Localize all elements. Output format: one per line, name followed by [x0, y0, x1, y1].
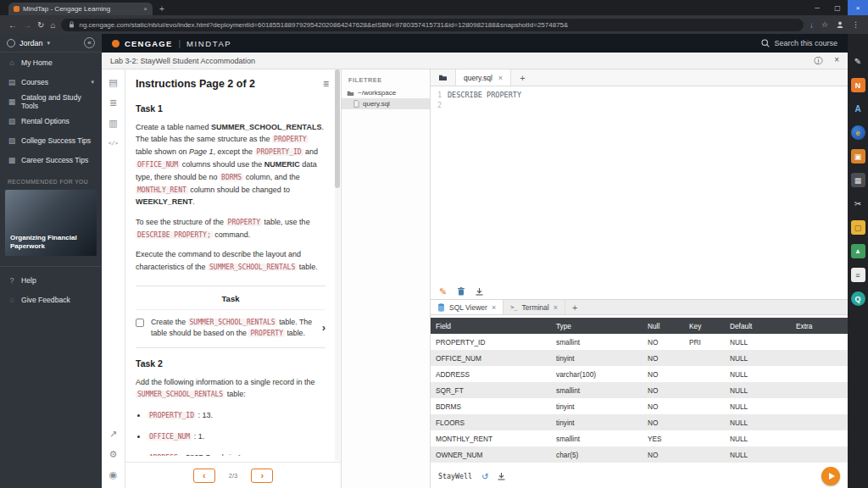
window-close-button[interactable]: × — [848, 0, 868, 15]
sidebar-item-catalog[interactable]: ▦ Catalog and Study Tools — [0, 92, 102, 111]
trash-icon[interactable] — [458, 287, 465, 296]
files-app-icon[interactable]: ▣ — [851, 149, 865, 164]
sidebar-item-courses[interactable]: ▤ Courses ▾ — [0, 72, 102, 92]
instructions-body[interactable]: Task 1 Create a table named SUMMER_SCHOO… — [125, 93, 341, 456]
forward-button[interactable]: → — [23, 20, 31, 30]
reset-icon[interactable]: ↺ — [481, 472, 488, 481]
info-icon[interactable]: ⓘ — [814, 55, 822, 67]
cell: PROPERTY_ID — [431, 334, 551, 350]
accessibility-icon[interactable]: ◉ — [109, 469, 118, 480]
photos-app-icon[interactable]: ▲ — [851, 244, 865, 258]
code-icon[interactable]: </> — [108, 138, 119, 149]
product-name: MINDTAP — [186, 39, 231, 48]
chat-app-icon[interactable]: Q — [851, 291, 865, 306]
url-field[interactable]: ng.cengage.com/static/nb/ui/evo/index.ht… — [61, 19, 803, 31]
browser-tab[interactable]: MindTap - Cengage Learning × — [8, 3, 153, 15]
snip-tool-icon[interactable]: ✂ — [851, 197, 865, 211]
right-app-strip: ✎ N A e ▣ ▦ ✂ ▢ ▲ ≡ Q — [848, 34, 868, 488]
close-terminal-icon[interactable]: × — [554, 303, 558, 312]
task-text: Create the SUMMER_SCHOOL_RENTALS table. … — [151, 317, 315, 340]
sticky-notes-app-icon[interactable]: ▢ — [851, 220, 865, 235]
user-menu[interactable]: Jordan ▾ « — [0, 34, 102, 53]
next-page-button[interactable]: › — [251, 469, 273, 483]
add-panel-tab-button[interactable]: + — [572, 302, 577, 313]
prev-page-button[interactable]: ‹ — [193, 469, 215, 483]
utility-app-icon[interactable]: ▦ — [851, 173, 865, 187]
close-sql-viewer-icon[interactable]: × — [492, 303, 496, 312]
sidebar-item-label: Courses — [21, 78, 48, 86]
sidebar-item-give-feedback[interactable]: ◌ Give Feedback — [0, 290, 102, 309]
reader-icon[interactable]: ▤ — [108, 77, 117, 88]
browser-urlbar: ← → ↻ ⌂ ng.cengage.com/static/nb/ui/evo/… — [0, 15, 868, 34]
download-status-icon[interactable]: ↓ — [810, 20, 814, 30]
cell: NULL — [725, 430, 791, 446]
cell: BDRMS — [431, 398, 551, 414]
sidebar-item-rental-options[interactable]: ▧ Rental Options — [0, 111, 102, 130]
new-file-button[interactable]: + — [520, 73, 525, 83]
browser-menu-icon[interactable]: ⋮ — [852, 20, 860, 29]
lab-title-bar: Lab 3-2: StayWell Student Accommodation … — [102, 53, 848, 69]
document-app-icon[interactable]: ≡ — [851, 268, 865, 282]
editor-tab-querysql[interactable]: query.sql × — [455, 69, 511, 86]
sidebar-item-label: College Success Tips — [21, 136, 91, 145]
export-icon[interactable] — [498, 473, 505, 480]
tab-terminal[interactable]: >_ Terminal × — [504, 300, 565, 314]
close-lab-icon[interactable]: × — [834, 55, 839, 67]
filetree-folder-workspace[interactable]: ~/workspace — [342, 87, 430, 98]
cell: tinyint — [551, 398, 643, 414]
cell — [791, 398, 848, 414]
recommended-card[interactable]: Organizing Financial Paperwork — [5, 190, 97, 256]
cell: NULL — [725, 350, 791, 366]
back-button[interactable]: ← — [8, 20, 17, 30]
column-header: Field — [431, 318, 551, 334]
cell: OWNER_NUM — [431, 446, 551, 463]
task2-paragraph-1: Add the following information to a singl… — [136, 376, 326, 401]
workspace-folder-icon[interactable] — [438, 74, 448, 81]
sidebar-item-my-home[interactable]: ⌂ My Home — [0, 53, 102, 72]
sidebar-item-college-tips[interactable]: ▨ College Success Tips — [0, 130, 102, 150]
sidebar-item-help[interactable]: ? Help — [0, 270, 102, 290]
download-icon[interactable] — [476, 288, 483, 296]
activity-icon[interactable]: ▥ — [108, 118, 117, 129]
tab-close-icon[interactable]: × — [143, 5, 147, 13]
instructions-scrollbar[interactable] — [335, 69, 340, 461]
course-search[interactable]: Search this course — [761, 39, 837, 47]
run-query-button[interactable] — [821, 467, 840, 485]
tab-sql-viewer[interactable]: SQL Viewer × — [431, 300, 504, 314]
task-checklist: Task Create the SUMMER_SCHOOL_RENTALS ta… — [136, 286, 326, 348]
cell — [684, 414, 725, 430]
pen-tool-icon[interactable]: ✎ — [851, 54, 865, 69]
scrollbar-thumb[interactable] — [335, 69, 340, 188]
outline-icon[interactable]: ≣ — [109, 97, 117, 108]
column-header: Default — [725, 318, 791, 334]
translate-app-icon[interactable]: A — [851, 102, 865, 116]
cell: tinyint — [551, 414, 643, 430]
profile-icon[interactable] — [836, 20, 844, 29]
instructions-menu-icon[interactable]: ≡ — [323, 78, 329, 90]
share-icon[interactable]: ↗ — [109, 429, 117, 440]
task-checkbox[interactable] — [136, 319, 144, 327]
filetree-panel: FILETREE ~/workspace query.sql — [342, 69, 431, 488]
window-maximize-button[interactable]: ▢ — [827, 0, 848, 15]
home-button[interactable]: ⌂ — [50, 20, 55, 30]
task-row[interactable]: Create the SUMMER_SCHOOL_RENTALS table. … — [136, 317, 326, 340]
sidebar-collapse-button[interactable]: « — [84, 37, 95, 48]
task-expand-chevron-icon[interactable]: › — [322, 321, 326, 334]
window-minimize-button[interactable]: ─ — [807, 0, 827, 15]
sidebar-item-label: My Home — [21, 58, 53, 67]
settings-icon[interactable]: ⚙ — [109, 449, 118, 460]
filetree-file-querysql[interactable]: query.sql — [342, 98, 430, 109]
code-line-2: 2 — [431, 100, 848, 110]
column-header: Type — [551, 318, 643, 334]
new-tab-button[interactable]: + — [159, 4, 164, 14]
close-editor-tab-icon[interactable]: × — [498, 74, 503, 82]
notes-app-icon[interactable]: N — [851, 78, 865, 92]
url-text: ng.cengage.com/static/nb/ui/evo/index.ht… — [79, 21, 568, 29]
sidebar-item-career-tips[interactable]: ▩ Career Success Tips — [0, 150, 102, 169]
code-editor[interactable]: 1 DESCRIBE PROPERTY 2 — [431, 86, 848, 284]
refresh-button[interactable]: ↻ — [37, 20, 44, 30]
cell: NO — [643, 334, 684, 350]
browser-app-icon[interactable]: e — [851, 125, 865, 140]
edit-icon[interactable]: ✎ — [439, 286, 447, 297]
favorite-star-icon[interactable]: ☆ — [821, 20, 828, 29]
